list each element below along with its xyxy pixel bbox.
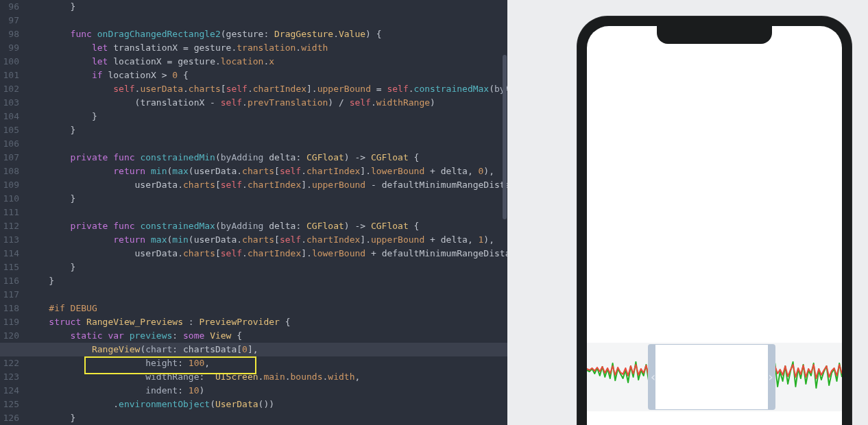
range-chart-area[interactable]: ‹ › [587,343,842,411]
line-number: 124 [0,384,19,398]
code-line[interactable]: } [27,110,502,123]
line-number: 123 [0,370,19,384]
code-line[interactable]: } [27,0,502,14]
line-number: 117 [0,288,19,302]
line-number: 114 [0,247,19,260]
line-number: 108 [0,165,19,178]
code-line[interactable] [27,206,502,219]
code-line[interactable]: } [27,274,502,288]
code-line[interactable]: indent: 10) [27,384,502,398]
preview-canvas: ‹ › [507,0,868,425]
line-number: 104 [0,110,19,123]
code-line[interactable]: userData.charts[self.chartIndex].upperBo… [27,178,502,192]
code-editor[interactable]: 9697989910010110210310410510610710810911… [0,0,507,425]
line-number: 111 [0,206,19,219]
code-line[interactable]: #if DEBUG [27,302,502,315]
code-line[interactable]: .environmentObject(UserData()) [27,398,502,411]
line-number: 116 [0,274,19,288]
code-line[interactable]: func onDragChangedRectangle2(gesture: Dr… [27,27,502,41]
line-number: 99 [0,41,19,55]
editor-scrollbar[interactable] [502,0,507,425]
code-line[interactable]: return max(min(userData.charts[self.char… [27,233,502,247]
line-number: 101 [0,69,19,82]
code-line[interactable]: private func constrainedMin(byAdding del… [27,151,502,165]
code-line[interactable]: (translationX - self.prevTranslation) / … [27,96,502,110]
code-line[interactable]: } [27,260,502,274]
line-number: 122 [0,356,19,370]
line-number: 125 [0,398,19,411]
code-line[interactable]: } [27,411,502,425]
code-line[interactable]: static var previews: some View { [27,329,502,343]
line-number: 113 [0,233,19,247]
line-number: 107 [0,151,19,165]
line-number: 110 [0,192,19,206]
line-number: 120 [0,329,19,343]
chevron-right-icon[interactable]: › [767,371,774,383]
code-line[interactable]: RangeView(chart: chartsData[0], [0,343,507,356]
line-number: 103 [0,96,19,110]
code-line[interactable]: userData.charts[self.chartIndex].lowerBo… [27,247,502,260]
code-line[interactable]: self.userData.charts[self.chartIndex].up… [27,82,502,96]
code-line[interactable] [27,14,502,27]
line-number: 115 [0,260,19,274]
code-line[interactable]: private func constrainedMax(byAdding del… [27,219,502,233]
code-line[interactable]: } [27,123,502,137]
code-area[interactable]: } func onDragChangedRectangle2(gesture: … [27,0,502,425]
line-number: 105 [0,123,19,137]
line-number: 106 [0,137,19,151]
code-line[interactable]: } [27,192,502,206]
line-number: 98 [0,27,19,41]
line-number: 102 [0,82,19,96]
iphone-device-frame: ‹ › [577,16,852,425]
code-line[interactable]: widthRange: UIScreen.main.bounds.width, [27,370,502,384]
chevron-left-icon[interactable]: ‹ [649,371,657,383]
line-number-gutter: 9697989910010110210310410510610710810911… [0,0,23,425]
line-number: 112 [0,219,19,233]
line-number: 100 [0,55,19,69]
code-line[interactable] [27,137,502,151]
line-number: 109 [0,178,19,192]
code-line[interactable]: height: 100, [27,356,502,370]
code-line[interactable]: return min(max(userData.charts[self.char… [27,165,502,178]
code-line[interactable]: if locationX > 0 { [27,69,502,82]
code-line[interactable]: let locationX = gesture.location.x [27,55,502,69]
line-number: 118 [0,302,19,315]
line-number: 97 [0,14,19,27]
code-line[interactable] [27,288,502,302]
code-line[interactable]: struct RangeView_Previews : PreviewProvi… [27,315,502,329]
line-number: 96 [0,0,19,14]
code-line[interactable]: let translationX = gesture.translation.w… [27,41,502,55]
line-number: 126 [0,411,19,425]
scrollbar-thumb[interactable] [503,55,507,219]
range-selection-window[interactable]: ‹ › [648,344,775,410]
iphone-screen: ‹ › [587,26,842,425]
line-number: 119 [0,315,19,329]
iphone-notch [657,26,772,44]
